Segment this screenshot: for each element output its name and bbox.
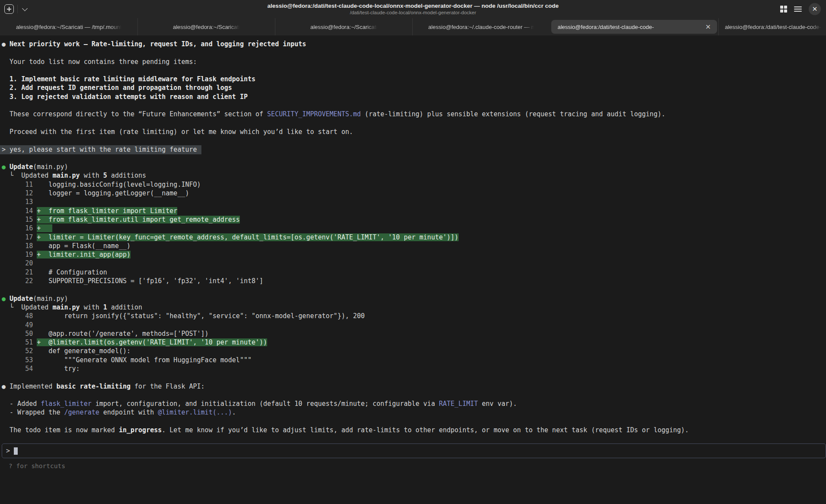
diff-line: 48 return jsonify({"status": "healthy", … [2,312,826,320]
prompt-symbol: > [6,447,10,455]
tab[interactable]: alessio@fedora:~/.claude-code-router — n [412,18,550,35]
chevron-down-icon[interactable] [21,5,29,13]
diff-line: 51 + @limiter.limit(os.getenv('RATE_LIMI… [2,338,826,347]
tool-call: ● Update(main.py) [2,294,826,303]
tool-result: └ Updated main.py with 5 additions [2,171,826,180]
window-close-button[interactable]: ✕ [809,3,821,15]
added-code: + from flask_limiter import Limiter [37,207,177,215]
added-code: + [37,224,52,232]
terminal-line: Your todo list now contains three pendin… [2,57,826,66]
tab-label: alessio@fedora:/dati/test-claude-code- [558,24,703,30]
tab[interactable]: alessio@fedora:~/Scaricati [275,18,412,35]
menu-icon[interactable] [794,6,802,12]
context-code [37,198,48,206]
terminal-line: The todo item is now marked in_progress.… [2,426,826,434]
diff-line: 14 + from flask_limiter import Limiter [2,207,826,215]
diff-line: 11 logging.basicConfig(level=logging.INF… [2,180,826,189]
window-subtitle: /dati/test-claude-code-local/onnx-model-… [350,10,476,16]
line-number: 21 [2,268,37,276]
header-bar: alessio@fedora:/dati/test-claude-code-lo… [0,0,826,18]
terminal-line: Proceed with the first item (rate limiti… [2,128,826,136]
terminal-line [2,119,826,128]
tab-bar: alessio@fedora:~/Scaricati — /tmp/.mount… [0,18,826,35]
terminal-line [2,417,826,426]
diff-line: 49 [2,321,826,329]
terminal-line [2,285,826,294]
diff-line: 21 # Configuration [2,268,826,277]
tab[interactable]: alessio@fedora:~/Scaricati — /tmp/.mount [0,18,137,35]
diff-line: 13 [2,198,826,206]
line-number: 53 [2,356,37,364]
user-message: > yes, please start with the rate limiti… [2,145,826,154]
diff-line: 22 SUPPORTED_PRECISIONS = ['fp16', 'fp32… [2,277,826,285]
tab-label: alessio@fedora:~/.claude-code-router — n [428,24,535,30]
context-code: app = Flask(__name__) [37,242,131,250]
context-code: logger = logging.getLogger(__name__) [37,189,189,197]
line-number: 13 [2,198,37,206]
diff-line: 20 [2,259,826,268]
added-code: + @limiter.limit(os.getenv('RATE_LIMIT',… [37,338,267,346]
terminal-line: - Added flask_limiter import, configurat… [2,399,826,408]
diff-line: 12 logger = logging.getLogger(__name__) [2,189,826,198]
tab-close-icon[interactable]: × [703,22,714,31]
tab-active[interactable]: alessio@fedora:/dati/test-claude-code-× [551,20,717,34]
tab[interactable]: alessio@fedora:/dati/test-claude-code-lo… [718,18,826,35]
tab-label: alessio@fedora:~/Scaricati [310,24,377,30]
line-number: 19 [2,251,37,258]
diff-line: 19 + limiter.init_app(app) [2,250,826,259]
terminal-line: These correspond directly to the “Future… [2,110,826,118]
window-title: alessio@fedora:/dati/test-claude-code-lo… [267,3,558,10]
diff-line: 50 @app.route('/generate', methods=['POS… [2,329,826,338]
context-code: try: [37,365,80,373]
new-tab-button[interactable] [4,4,14,14]
line-number: 16 [2,224,37,232]
added-code: + limiter.init_app(app) [37,251,131,258]
terminal-line: - Wrapped the /generate endpoint with @l… [2,408,826,417]
tab[interactable]: alessio@fedora:~/Scaricati [137,18,275,35]
todo-item-2: 2. Add request ID generation and propaga… [2,83,826,92]
terminal-line [2,136,826,145]
tab-label: alessio@fedora:~/Scaricati [173,24,240,30]
terminal-line [2,48,826,57]
line-number: 54 [2,365,37,373]
line-number: 50 [2,330,37,338]
assistant-heading: ● Next priority work — Rate-limiting, re… [2,40,826,48]
line-number: 18 [2,242,37,250]
terminal-line [2,66,826,75]
line-number: 11 [2,181,37,188]
line-number: 12 [2,189,37,197]
diff-line: 17 + limiter = Limiter(key_func=get_remo… [2,233,826,242]
context-code [37,321,48,329]
line-number: 14 [2,207,37,215]
context-code: def generate_model(): [37,347,131,355]
line-number: 20 [2,259,37,267]
context-code: # Configuration [37,268,107,276]
prompt-input[interactable]: > [2,443,826,458]
diff-line: 18 app = Flask(__name__) [2,242,826,250]
assistant-summary: ● Implemented basic rate-limiting for th… [2,382,826,391]
diff-line: 52 def generate_model(): [2,347,826,355]
context-code [37,259,48,267]
line-number: 52 [2,347,37,355]
context-code: """Generate ONNX model from HuggingFace … [37,356,252,364]
diff-line: 16 + [2,224,826,233]
terminal-line [2,154,826,163]
shortcuts-hint: ? for shortcuts [9,463,826,469]
context-code: return jsonify({"status": "healthy", "se… [37,312,365,320]
tab-overview-icon[interactable] [780,6,787,13]
line-number: 48 [2,312,37,320]
added-code: + from flask_limiter.util import get_rem… [37,216,240,223]
tool-result: └ Updated main.py with 1 addition [2,303,826,312]
line-number: 17 [2,233,37,241]
terminal[interactable]: ● Next priority work — Rate-limiting, re… [0,35,826,504]
terminal-output: ● Next priority work — Rate-limiting, re… [2,40,826,434]
user-message-text: > yes, please start with the rate limiti… [0,145,201,154]
context-code: SUPPORTED_PRECISIONS = ['fp16', 'fp32', … [37,277,263,285]
header-separator [17,5,18,13]
context-code: logging.basicConfig(level=logging.INFO) [37,181,201,188]
line-number: 15 [2,216,37,223]
tab-label: alessio@fedora:~/Scaricati — /tmp/.mount [16,24,121,30]
todo-item-3: 3. Log rejected validation attempts with… [2,93,826,101]
diff-line: 54 try: [2,364,826,373]
diff-line: 15 + from flask_limiter.util import get_… [2,215,826,224]
